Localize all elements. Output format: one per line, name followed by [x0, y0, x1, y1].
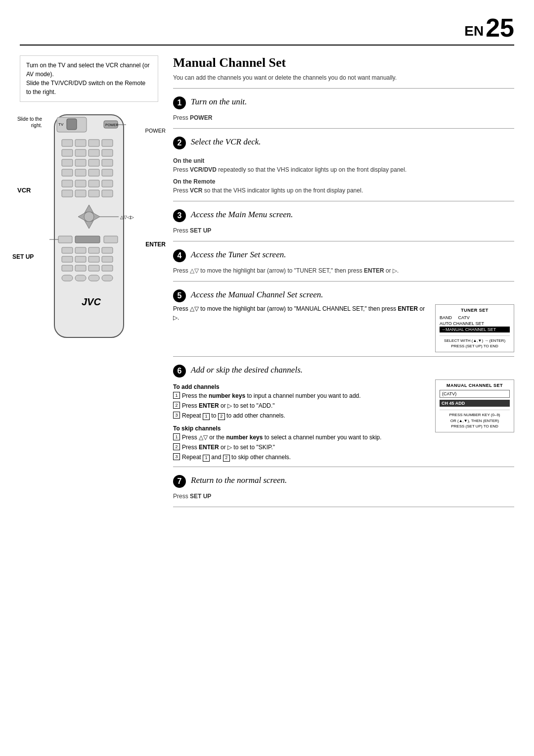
s6-catv-row: (CATV)	[440, 390, 510, 398]
step5-divider	[173, 281, 514, 282]
step1-row: 1 Turn on the unit.	[173, 93, 514, 111]
remote-svg: TV POWER	[40, 110, 138, 347]
skip-title: To skip channels	[173, 424, 430, 433]
power-label: POWER	[145, 128, 166, 134]
svg-rect-10	[102, 140, 113, 146]
step4-badge: 4	[173, 249, 186, 262]
step2-sub1-title: On the unit	[173, 156, 514, 165]
svg-rect-13	[89, 149, 99, 156]
skip-steps-list: 1Press △▽ or the number keys to select a…	[173, 433, 430, 462]
step1-divider	[173, 88, 514, 89]
setup-label: SET UP	[12, 253, 34, 260]
step4-row: 4 Access the Tuner Set screen.	[173, 245, 514, 264]
step7-end-divider	[173, 507, 514, 507]
step3-badge: 3	[173, 209, 186, 222]
svg-rect-49	[102, 256, 113, 262]
left-column: Turn on the TV and select the VCR channe…	[20, 55, 158, 511]
svg-rect-11	[62, 149, 73, 156]
svg-rect-21	[89, 169, 99, 176]
svg-text:POWER: POWER	[105, 123, 118, 127]
svg-rect-3	[67, 119, 77, 130]
step2-body: On the unit Press VCR/DVD repeatedly so …	[173, 151, 514, 197]
svg-rect-40	[104, 236, 118, 243]
svg-rect-24	[75, 180, 86, 187]
svg-rect-44	[89, 247, 99, 253]
add-step-2: 2Press ENTER or ▷ to set to "ADD."	[173, 401, 430, 410]
svg-rect-51	[75, 265, 86, 271]
page-number: 25	[486, 15, 514, 41]
add-step-3: 3Repeat 1 to 2 to add other channels.	[173, 411, 430, 420]
svg-rect-12	[75, 149, 86, 156]
main-layout: Turn on the TV and select the VCR channe…	[20, 55, 514, 511]
svg-text:TV: TV	[58, 122, 64, 127]
step7-body: Press SET UP	[173, 490, 514, 503]
svg-rect-17	[89, 159, 99, 166]
svg-rect-38	[58, 236, 72, 243]
screen5-title: TUNER SET	[440, 308, 510, 313]
step4-divider	[173, 241, 514, 241]
svg-rect-46	[62, 256, 73, 262]
step5-title: Access the Manual Channel Set screen.	[191, 289, 323, 300]
svg-rect-54	[62, 275, 73, 281]
step5-screen: TUNER SET BAND CATV AUTO CHANNEL SET →MA…	[435, 304, 514, 352]
step2-sub2-title: On the Remote	[173, 177, 514, 186]
s6-ch-row: CH 45 ADD	[440, 400, 510, 407]
step7-title: Return to the normal screen.	[191, 475, 287, 486]
enter-label: ENTER	[145, 241, 166, 248]
skip-step-1: 1Press △▽ or the number keys to select a…	[173, 433, 430, 442]
s6-title: MANUAL CHANNEL SET	[440, 383, 510, 388]
svg-rect-9	[89, 140, 99, 146]
svg-rect-16	[75, 159, 86, 166]
s6-footer: PRESS NUMBER KEY (0–9) OR (▲,▼), THEN (E…	[440, 410, 510, 429]
step5-badge: 5	[173, 289, 186, 302]
screen5-row3: →MANUAL CHANNEL SET	[440, 327, 510, 332]
intro-line1: Turn on the TV and select the VCR channe…	[26, 62, 149, 78]
svg-rect-43	[75, 247, 86, 253]
svg-rect-25	[89, 180, 99, 187]
page-header: EN 25	[20, 15, 514, 46]
svg-rect-45	[102, 247, 113, 253]
vcr-label: VCR	[17, 187, 31, 194]
svg-rect-57	[102, 275, 113, 281]
svg-rect-55	[75, 275, 86, 281]
screen5-row1: BAND CATV	[440, 315, 510, 321]
step3-title: Access the Main Menu screen.	[191, 209, 293, 220]
step2-divider	[173, 128, 514, 129]
step5-layout: Press △▽ to move the highlight bar (arro…	[173, 304, 514, 352]
add-title: To add channels	[173, 382, 430, 391]
svg-rect-48	[89, 256, 99, 262]
svg-rect-20	[75, 169, 86, 176]
svg-rect-27	[62, 190, 73, 197]
step2-title: Select the VCR deck.	[191, 137, 261, 147]
step2-row: 2 Select the VCR deck.	[173, 133, 514, 151]
svg-rect-23	[62, 180, 73, 187]
svg-rect-30	[102, 190, 113, 197]
svg-rect-19	[62, 169, 73, 176]
svg-rect-14	[102, 149, 113, 156]
step3-body: Press SET UP	[173, 224, 514, 237]
step2-badge: 2	[173, 137, 186, 149]
step7-row: 7 Return to the normal screen.	[173, 471, 514, 490]
step2-sub2-body: Press VCR so that the VHS indicator ligh…	[173, 186, 514, 195]
step4-title: Access the Tuner Set screen.	[191, 249, 286, 260]
svg-rect-39	[75, 236, 100, 243]
svg-rect-22	[102, 169, 113, 176]
svg-rect-26	[102, 180, 113, 187]
svg-rect-50	[62, 265, 73, 271]
slide-label: Slide to the right.	[12, 116, 42, 129]
step6-badge: 6	[173, 365, 186, 378]
en-label: EN	[464, 24, 484, 38]
intro-box: Turn on the TV and select the VCR channe…	[20, 55, 158, 102]
step3-divider	[173, 201, 514, 201]
svg-rect-56	[89, 275, 99, 281]
step1-body: Press POWER	[173, 111, 514, 124]
step5-row: 5 Access the Manual Channel Set screen.	[173, 285, 514, 304]
step2-sub1-body: Press VCR/DVD repeatedly so that the VHS…	[173, 165, 514, 174]
svg-text:△▽◁▷: △▽◁▷	[120, 215, 134, 220]
step4-body: Press △▽ to move the highlight bar (arro…	[173, 264, 514, 277]
step1-badge: 1	[173, 96, 186, 109]
svg-rect-18	[102, 159, 113, 166]
section-intro: You can add the channels you want or del…	[173, 73, 514, 82]
svg-rect-29	[89, 190, 99, 197]
step1-title: Turn on the unit.	[191, 96, 247, 107]
